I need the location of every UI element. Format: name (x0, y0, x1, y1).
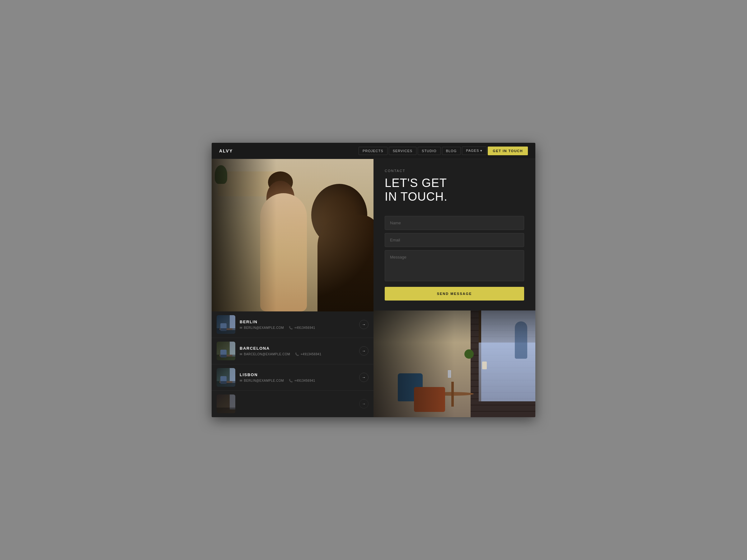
cafe-plant (464, 349, 474, 359)
location-phone-lisbon: 📞 +4913456941 (289, 379, 315, 382)
phone-icon-lisbon: 📞 (289, 379, 293, 382)
thumb-floor-bcn (216, 355, 235, 360)
cafe-image (374, 311, 535, 417)
email-input[interactable] (385, 233, 524, 247)
location-info-lisbon: LISBON ✉ BERLIN@EXAMPLE.COM 📞 +491345694… (240, 372, 355, 382)
phone-icon-bcn: 📞 (295, 352, 299, 356)
location-name-barcelona: BARCELONA (240, 346, 355, 351)
browser-window: ALVY PROJECTS SERVICES STUDIO BLOG PAGES… (212, 143, 535, 417)
thumb-window-fourth (230, 395, 235, 409)
email-icon-lisbon: ✉ (240, 379, 242, 382)
location-email-berlin: ✉ BERLIN@EXAMPLE.COM (240, 326, 284, 329)
location-arrow-fourth[interactable]: → (359, 399, 368, 408)
location-thumb-barcelona (216, 342, 235, 360)
location-phone-barcelona: 📞 +4913456941 (295, 352, 321, 356)
thumb-interior-berlin (216, 315, 235, 334)
cafe-top-overlay (374, 311, 535, 343)
message-input[interactable] (385, 250, 524, 281)
location-arrow-barcelona[interactable]: → (359, 346, 368, 355)
location-thumb-lisbon (216, 368, 235, 387)
thumb-interior-lisbon (216, 368, 235, 387)
contact-section: CONTACT LET'S GET IN TOUCH. SEND MESSAGE (374, 159, 535, 311)
location-contacts-berlin: ✉ BERLIN@EXAMPLE.COM 📞 +4913456941 (240, 326, 355, 329)
contact-heading: LET'S GET IN TOUCH. (385, 177, 524, 204)
location-contacts-barcelona: ✉ BARCELON@EXAMPLE.COM 📞 +4913456941 (240, 352, 355, 356)
thumb-floor (216, 328, 235, 334)
nav-projects[interactable]: PROJECTS (359, 147, 387, 155)
location-arrow-lisbon[interactable]: → (359, 373, 368, 382)
main-content: BERLIN ✉ BERLIN@EXAMPLE.COM 📞 +491345694… (212, 159, 535, 417)
location-email-barcelona: ✉ BARCELON@EXAMPLE.COM (240, 352, 290, 356)
nav-blog[interactable]: BLOG (442, 147, 461, 155)
thumb-interior-barcelona (216, 342, 235, 360)
left-column: BERLIN ✉ BERLIN@EXAMPLE.COM 📞 +491345694… (212, 159, 374, 417)
bottom-right-image (374, 311, 535, 417)
contact-heading-line1: LET'S GET (385, 177, 447, 189)
hero-image-inner (212, 159, 374, 312)
location-contacts-lisbon: ✉ BERLIN@EXAMPLE.COM 📞 +4913456941 (240, 379, 355, 382)
nav-cta-button[interactable]: GET IN TOUCH (488, 146, 528, 155)
hero-image (212, 159, 374, 312)
location-info-fourth (240, 403, 355, 405)
location-phone-berlin: 📞 +4913456941 (289, 326, 315, 329)
nav-services[interactable]: SERVICES (389, 147, 416, 155)
location-thumb-fourth (216, 395, 235, 413)
location-item-barcelona[interactable]: BARCELONA ✉ BARCELON@EXAMPLE.COM 📞 +4913… (212, 338, 374, 364)
thumb-floor-fourth (216, 407, 235, 413)
location-item-berlin[interactable]: BERLIN ✉ BERLIN@EXAMPLE.COM 📞 +491345694… (212, 312, 374, 338)
location-list: BERLIN ✉ BERLIN@EXAMPLE.COM 📞 +491345694… (212, 312, 374, 417)
location-item-fourth[interactable]: → (212, 391, 374, 417)
brand-logo: ALVY (219, 149, 233, 153)
send-message-button[interactable]: SEND MESSAGE (385, 287, 524, 300)
location-email-lisbon: ✉ BERLIN@EXAMPLE.COM (240, 379, 284, 382)
right-column: CONTACT LET'S GET IN TOUCH. SEND MESSAGE (374, 159, 535, 417)
thumb-window-lisbon (230, 368, 235, 383)
location-info-barcelona: BARCELONA ✉ BARCELON@EXAMPLE.COM 📞 +4913… (240, 346, 355, 356)
location-arrow-berlin[interactable]: → (359, 320, 368, 329)
dark-overlay (212, 159, 276, 312)
contact-label: CONTACT (385, 169, 524, 173)
location-name-berlin: BERLIN (240, 320, 355, 324)
thumb-window (230, 315, 235, 330)
cafe-vase (482, 362, 487, 369)
contact-heading-line2: IN TOUCH. (385, 190, 447, 203)
thumb-interior-fourth (216, 395, 235, 413)
location-item-lisbon[interactable]: LISBON ✉ BERLIN@EXAMPLE.COM 📞 +491345694… (212, 364, 374, 391)
location-info-berlin: BERLIN ✉ BERLIN@EXAMPLE.COM 📞 +491345694… (240, 320, 355, 329)
email-icon-berlin: ✉ (240, 326, 242, 329)
location-name-lisbon: LISBON (240, 372, 355, 377)
nav-studio[interactable]: STUDIO (418, 147, 441, 155)
nav-pages[interactable]: PAGES ▾ (462, 146, 487, 155)
name-input[interactable] (385, 216, 524, 230)
location-thumb-berlin (216, 315, 235, 334)
email-icon-bcn: ✉ (240, 352, 242, 356)
thumb-floor-lisbon (216, 381, 235, 387)
navbar-links: PROJECTS SERVICES STUDIO BLOG PAGES ▾ GE… (359, 146, 528, 155)
thumb-window-bcn (230, 342, 235, 356)
navbar: ALVY PROJECTS SERVICES STUDIO BLOG PAGES… (212, 143, 535, 159)
phone-icon-berlin: 📞 (289, 326, 293, 329)
